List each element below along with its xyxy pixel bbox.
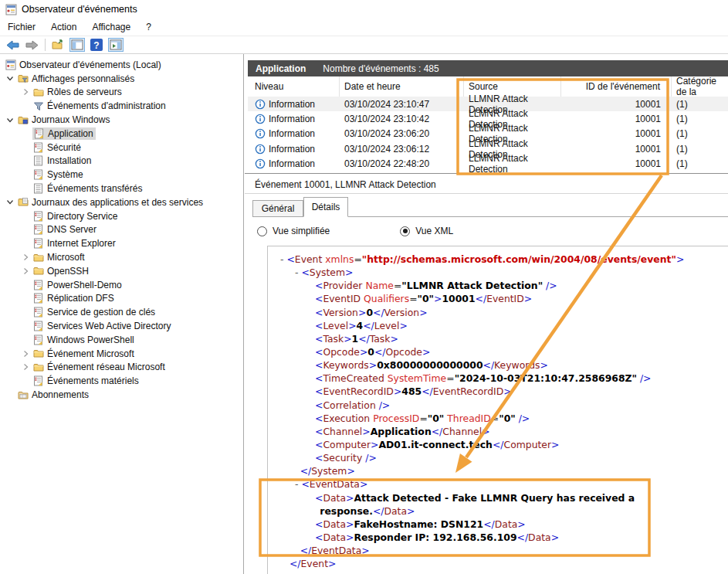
tree-item[interactable]: Système	[0, 168, 242, 182]
chevron-placeholder	[19, 307, 32, 318]
event-row[interactable]: Information03/10/2024 22:48:20LLMNR Atta…	[248, 157, 728, 172]
console-tree[interactable]: Observateur d'événements (Local)Affichag…	[0, 54, 242, 574]
chevron-placeholder	[19, 293, 32, 304]
tree-item[interactable]: Sécurité	[0, 141, 242, 155]
xml-line: <Data>Attack Detected - Fake LLMNR Query…	[274, 492, 728, 505]
tree-item-label: Directory Service	[47, 211, 117, 222]
panel-divider[interactable]	[243, 54, 244, 574]
chevron-placeholder	[19, 100, 32, 111]
menu-item-?[interactable]: ?	[138, 20, 159, 34]
chevron-down-icon[interactable]	[3, 197, 17, 208]
forward-icon[interactable]	[22, 37, 41, 53]
subscriptions-icon	[17, 389, 29, 400]
chevron-placeholder	[3, 389, 17, 400]
column-header-date[interactable]: Date et heure	[340, 76, 464, 97]
cell-category: (1)	[672, 157, 728, 172]
information-icon	[255, 128, 266, 139]
tab-gnral[interactable]: Général	[252, 200, 303, 217]
cell-level: Information	[248, 97, 340, 111]
back-icon[interactable]	[3, 37, 22, 53]
radio-vue-simplifi-e[interactable]: Vue simplifiée	[257, 226, 330, 236]
tree-item[interactable]: Windows PowerShell	[0, 333, 242, 347]
cell-datetime: 03/10/2024 22:48:20	[340, 157, 464, 172]
tree-item[interactable]: Affichages personnalisés	[0, 72, 242, 86]
cell-level: Information	[248, 127, 340, 141]
chevron-right-icon[interactable]	[19, 252, 32, 263]
event-log-plain-icon	[32, 155, 44, 166]
tree-item[interactable]: PowerShell-Demo	[0, 278, 242, 292]
chevron-down-icon[interactable]	[3, 73, 17, 84]
event-viewer-icon	[5, 59, 16, 70]
action-pane-toggle-icon[interactable]	[107, 37, 125, 53]
tree-item[interactable]: Réplication DFS	[0, 292, 242, 306]
tab-dtails[interactable]: Détails	[303, 197, 348, 217]
tree-item[interactable]: Service de gestion de clés	[0, 305, 242, 319]
toolbar: ?	[0, 36, 728, 54]
tree-item-label: Événements matériels	[47, 375, 139, 386]
folder-icon	[32, 348, 44, 359]
xml-line: <EventRecordID>485</EventRecordID>	[274, 385, 728, 399]
cell-category: (1)	[672, 127, 728, 141]
radio-circle[interactable]	[257, 226, 267, 236]
xml-line: <Computer>AD01.it-connect.tech</Computer…	[274, 439, 728, 452]
tree-item[interactable]: DNS Server	[0, 223, 242, 237]
chevron-placeholder	[19, 183, 32, 194]
cell-level: Information	[248, 141, 340, 156]
column-header-niveau[interactable]: Niveau	[248, 76, 340, 97]
event-log-icon	[32, 335, 44, 345]
tree-item-application-selected[interactable]: Application	[0, 127, 242, 141]
horizontal-splitter[interactable]	[245, 173, 728, 174]
chevron-right-icon[interactable]	[19, 362, 32, 372]
tree-item[interactable]: Événement réseau Microsoft	[0, 361, 242, 375]
xml-view[interactable]: - <Event xmlns="http://schemas.microsoft…	[267, 246, 728, 574]
tree-item[interactable]: Installation	[0, 155, 242, 168]
chevron-down-icon[interactable]	[3, 114, 17, 125]
cell-level: Information	[248, 157, 340, 172]
help-icon[interactable]: ?	[87, 37, 106, 53]
tree-item[interactable]: Événement Microsoft	[0, 347, 242, 361]
xml-line: <Correlation />	[274, 399, 728, 413]
tree-item-label: Journaux des applications et des service…	[32, 197, 203, 208]
tree-item[interactable]: Services Web Active Directory	[0, 319, 242, 333]
svg-text:?: ?	[93, 40, 99, 51]
radio-vue-xml[interactable]: Vue XML	[400, 226, 453, 236]
tree-item-label: Internet Explorer	[47, 238, 116, 249]
tree-item[interactable]: Événements matériels	[0, 374, 242, 388]
tree-item-label: Microsoft	[47, 252, 85, 263]
tree-item-label: Services Web Active Directory	[47, 321, 171, 331]
tree-item[interactable]: Événements transférés	[0, 182, 242, 195]
cell-event-id: 10001	[561, 111, 672, 126]
chevron-placeholder	[19, 169, 32, 180]
tree-item[interactable]: Journaux Windows	[0, 113, 242, 127]
tree-item[interactable]: Directory Service	[0, 209, 242, 223]
radio-circle[interactable]	[400, 226, 410, 236]
menu-item-affichage[interactable]: Affichage	[84, 20, 138, 34]
view-mode-radios: Vue simplifiéeVue XML	[257, 223, 453, 239]
menu-item-action[interactable]: Action	[43, 20, 84, 34]
tree-item-label: Observateur d'événements (Local)	[19, 59, 161, 70]
chevron-right-icon[interactable]	[19, 266, 32, 277]
menu-item-fichier[interactable]: Fichier	[0, 20, 43, 34]
tree-item[interactable]: Internet Explorer	[0, 236, 242, 250]
xml-line: <Level>4</Level>	[274, 320, 728, 333]
tree-item[interactable]: Observateur d'événements (Local)	[0, 58, 242, 72]
export-log-icon[interactable]	[49, 37, 67, 53]
column-header-eventid[interactable]: ID de l'événement	[561, 76, 672, 97]
xml-line: <Security />	[274, 452, 728, 465]
folder-icon	[32, 87, 44, 97]
tree-item[interactable]: OpenSSH	[0, 264, 242, 278]
tree-item-label: Événement Microsoft	[47, 348, 134, 359]
chevron-right-icon[interactable]	[19, 348, 32, 359]
tree-item[interactable]: Microsoft	[0, 250, 242, 264]
tree-item[interactable]: Abonnements	[0, 388, 242, 402]
chevron-right-icon[interactable]	[19, 87, 32, 97]
xml-line: response.</Data>	[274, 505, 728, 518]
console-tree-toggle-icon[interactable]	[68, 37, 86, 53]
event-log-icon	[32, 238, 44, 249]
tree-item[interactable]: Journaux des applications et des service…	[0, 195, 242, 209]
chevron-placeholder	[19, 224, 32, 235]
tree-item[interactable]: Rôles de serveurs	[0, 86, 242, 100]
column-header-categorie[interactable]: Catégorie de la	[672, 76, 728, 97]
xml-line: <Data>FakeHostname: DSN121</Data>	[274, 518, 728, 532]
tree-item[interactable]: Événements d'administration	[0, 99, 242, 113]
